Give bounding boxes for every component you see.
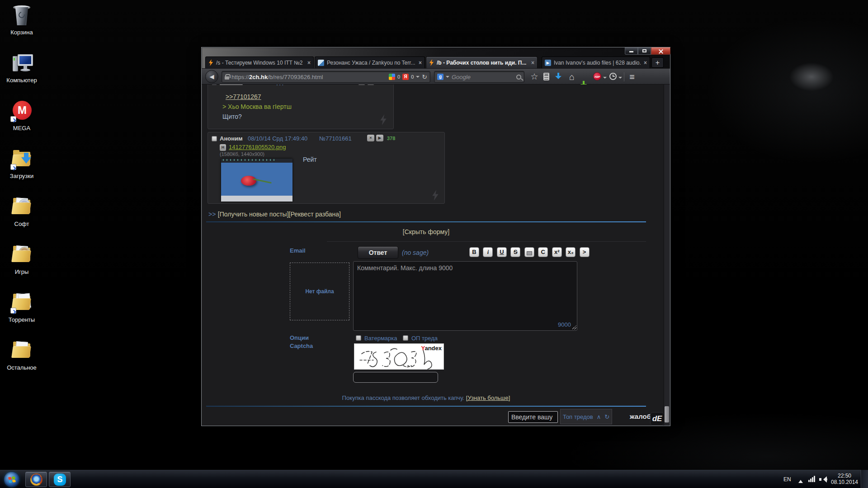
captcha-input[interactable] [353, 372, 438, 383]
unban-request-link[interactable]: [Реквест разбана] [289, 211, 341, 218]
clock[interactable]: 22:50 08.10.2014 [830, 473, 859, 485]
hide-post-icon[interactable]: × [367, 135, 374, 141]
new-tab-button[interactable]: + [651, 57, 664, 68]
home-icon[interactable]: ⌂ [567, 72, 577, 81]
session-clock-icon[interactable] [609, 73, 617, 80]
desktop-icon-mega[interactable]: M MEGA [1, 99, 42, 144]
bold-button[interactable]: B [469, 247, 479, 257]
url-dropdown-icon[interactable] [416, 76, 420, 80]
2ch-watermark-icon [432, 190, 439, 201]
desktop-icon-soft[interactable]: Софт [1, 194, 42, 239]
italic-button[interactable]: i [483, 247, 493, 257]
top-threads-link[interactable]: Топ тредов [563, 413, 593, 420]
file-drop-area[interactable]: Нет файла [290, 263, 349, 320]
adblock-plus-icon[interactable]: ABP [593, 72, 601, 80]
captcha-image: Yandex [354, 343, 444, 370]
refresh-icon[interactable]: ↻ [604, 413, 609, 420]
show-desktop-button[interactable] [861, 470, 868, 488]
poster-name: Аноним [220, 84, 243, 85]
quick-search-input[interactable] [508, 411, 558, 423]
tab-s-board[interactable]: /s - Тестируем Windows 10 ITT №2 × [205, 56, 314, 68]
tab-close-icon[interactable]: × [307, 60, 311, 66]
get-new-posts-link[interactable]: [Получить новые посты] [218, 211, 289, 218]
spoiler-button[interactable] [524, 247, 534, 257]
underline-button[interactable]: U [497, 247, 507, 257]
learn-more-link[interactable]: [Узнать больше] [466, 394, 510, 401]
adblock-dropdown-icon[interactable] [603, 77, 607, 80]
dollchan-logo[interactable]: dE [650, 412, 664, 426]
post-text: Рейт [303, 156, 317, 163]
session-dropdown-icon[interactable] [618, 77, 622, 80]
taskbar-skype-button[interactable]: S [49, 472, 71, 487]
watermark-checkbox[interactable] [356, 335, 361, 341]
bookmark-star-icon[interactable]: ☆ [530, 72, 539, 81]
back-button[interactable]: ◀ [205, 70, 218, 83]
menu-icon[interactable]: ≡ [627, 72, 637, 81]
tab-b-board-active[interactable]: /b - Рабочих столов нить иди. П... × [426, 56, 538, 68]
desktop-icon-computer[interactable]: Компьютер [1, 51, 42, 96]
reply-link[interactable]: >>77101267 [226, 93, 261, 100]
shortcut-arrow-icon [10, 116, 16, 122]
start-button[interactable] [4, 471, 20, 488]
search-icon[interactable] [516, 75, 521, 80]
taskbar-firefox-button[interactable] [25, 472, 47, 487]
maximize-button[interactable] [638, 47, 651, 55]
tab-audio-files[interactable]: ▶ Ivan Ivanov's audio files | 628 audio.… [542, 56, 650, 68]
language-indicator[interactable]: EN [783, 476, 791, 483]
scrollbar-thumb[interactable] [665, 406, 669, 422]
expand-post-icon[interactable]: ▶ [367, 84, 374, 85]
file-link[interactable]: 14127761805520.png [229, 144, 286, 150]
tab-zankyou[interactable]: Резонанс Ужаса / Zankyou no Terr... × [315, 56, 425, 68]
post-number[interactable]: №77101661 [319, 135, 352, 142]
desktop-icon-downloads[interactable]: Загрузки [1, 146, 42, 192]
desktop-icon-label: Торренты [1, 316, 42, 323]
network-icon[interactable] [808, 476, 816, 484]
form-top-rule [327, 241, 646, 242]
bookmarks-list-icon[interactable] [543, 73, 549, 80]
folder-icon [9, 194, 34, 219]
post-checkbox[interactable] [212, 136, 217, 141]
code-button[interactable]: C [538, 247, 548, 257]
tab-close-icon[interactable]: × [531, 60, 534, 66]
watermark-label: Ватермарка [364, 335, 397, 342]
scroll-up-icon[interactable]: ∧ [597, 413, 601, 420]
desktop-icon-recycle-bin[interactable]: Корзина [1, 3, 42, 48]
strike-button[interactable]: S [510, 247, 520, 257]
hide-form-link[interactable]: [Скрыть форму] [403, 228, 449, 235]
expand-post-icon[interactable]: ▶ [376, 135, 383, 141]
search-bar[interactable]: g Google [434, 71, 524, 83]
desktop-icon-games[interactable]: Игры [1, 242, 42, 287]
superscript-button[interactable]: x² [552, 247, 562, 257]
minimize-button[interactable] [625, 47, 638, 55]
comment-textarea[interactable] [353, 261, 577, 331]
search-engine-dropdown-icon[interactable] [446, 76, 449, 80]
desktop-icon-torrents[interactable]: Торренты [1, 290, 42, 335]
hide-file-icon[interactable]: H [220, 144, 226, 151]
op-thread-checkbox[interactable] [403, 335, 408, 341]
computer-icon [9, 51, 34, 75]
scrollbar-track[interactable] [664, 84, 670, 426]
reload-icon[interactable]: ↻ [422, 73, 427, 80]
shortcut-arrow-icon [10, 308, 16, 314]
tab-close-icon[interactable]: × [419, 60, 422, 66]
tray-expand-icon[interactable] [798, 478, 803, 483]
subscript-button[interactable]: x₂ [566, 247, 576, 257]
char-counter: 9000 [558, 321, 571, 328]
google-search-engine-icon: g [437, 74, 443, 80]
post-number[interactable]: №77101615 [319, 84, 352, 85]
url-bar[interactable]: https://2ch.hk/b/res/77093626.html 0 Я 0… [222, 71, 430, 83]
quote-button[interactable]: > [580, 247, 590, 257]
reply-submit-button[interactable]: Ответ [358, 246, 398, 259]
resize-grip[interactable] [572, 325, 576, 329]
mega-icon: M [9, 99, 34, 123]
desktop-icon-other[interactable]: Остальное [1, 338, 42, 383]
close-button[interactable] [651, 47, 670, 55]
folder-icon [9, 338, 34, 362]
tab-close-icon[interactable]: × [644, 60, 647, 66]
captcha-label: Captcha [290, 343, 313, 349]
hide-post-icon[interactable]: × [358, 84, 365, 85]
downloads-icon[interactable] [555, 72, 561, 80]
post-checkbox[interactable] [212, 84, 217, 85]
spoiler-icon [527, 251, 532, 255]
post-thumbnail-image[interactable] [221, 159, 292, 202]
